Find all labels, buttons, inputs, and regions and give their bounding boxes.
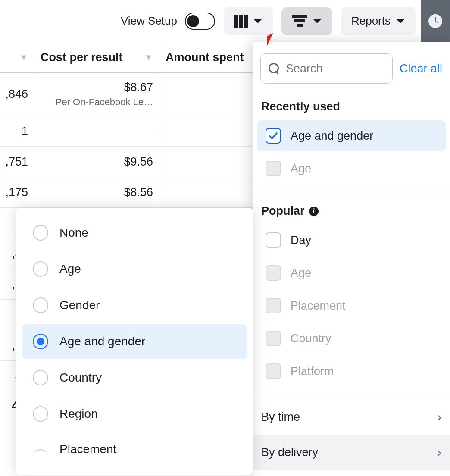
columns-icon <box>234 15 248 28</box>
radio-label: Country <box>59 371 102 385</box>
cell-cost: — <box>34 116 159 146</box>
cell-value: 1 <box>0 116 34 146</box>
view-setup-group: View Setup <box>121 13 215 30</box>
radio-label: Region <box>59 407 98 421</box>
radio-icon <box>33 370 48 385</box>
section-title-popular: Popular i <box>253 197 450 223</box>
breakdown-check-option: Platform <box>257 356 446 387</box>
chevron-down-icon <box>396 19 405 23</box>
checkbox-icon <box>266 298 281 313</box>
section-title-recent: Recently used <box>253 92 450 119</box>
breakdown-category-row[interactable]: By delivery› <box>253 435 450 470</box>
chevron-down-icon <box>253 19 262 23</box>
breakdown-radio-popup: NoneAgeGenderAge and genderCountryRegion… <box>16 208 253 475</box>
col-header-1[interactable]: ▼ <box>0 42 34 72</box>
search-box[interactable] <box>260 53 393 84</box>
nav-label: By time <box>261 410 300 424</box>
radio-icon <box>33 261 48 277</box>
radio-label: Gender <box>59 298 100 312</box>
reports-label: Reports <box>351 14 391 28</box>
check-label: Placement <box>291 299 346 313</box>
breakdown-radio-option[interactable]: Age and gender <box>22 324 247 359</box>
check-label: Age <box>291 162 311 175</box>
checkbox-icon <box>266 331 281 346</box>
check-label: Country <box>291 332 331 345</box>
breakdown-check-option: Placement <box>257 290 446 321</box>
view-setup-label: View Setup <box>121 14 177 28</box>
breakdown-check-option: Age <box>257 153 446 184</box>
breakdown-radio-option[interactable]: Region <box>22 397 247 431</box>
breakdown-radio-option[interactable]: Country <box>22 360 247 395</box>
breakdown-radio-option[interactable]: Age <box>22 252 247 286</box>
col-header-cost-per-result[interactable]: Cost per result ▼ <box>34 42 159 72</box>
chevron-down-icon <box>312 19 322 23</box>
breakdown-icon <box>292 15 307 27</box>
breakdown-check-option: Country <box>257 323 446 354</box>
check-label: Day <box>291 234 311 247</box>
cell-value: ,751 <box>0 147 34 177</box>
checkbox-icon <box>266 232 281 248</box>
activity-sidebar <box>421 0 450 42</box>
clear-all-link[interactable]: Clear all <box>400 62 442 75</box>
checkbox-icon <box>266 161 281 176</box>
breakdown-radio-option[interactable]: Placement <box>22 433 247 466</box>
breakdown-radio-option[interactable]: None <box>22 216 247 250</box>
breakdown-button[interactable] <box>281 7 332 35</box>
checkbox-icon <box>266 363 281 379</box>
radio-icon <box>33 298 48 313</box>
check-label: Age and gender <box>291 129 373 143</box>
checkbox-icon <box>266 128 281 144</box>
checkbox-icon <box>266 265 281 281</box>
view-setup-toggle[interactable] <box>185 13 215 30</box>
cell-cost: $8.67Per On-Facebook Le… <box>34 73 159 116</box>
toolbar: View Setup Reports <box>0 0 450 42</box>
radio-label: Age <box>59 262 81 276</box>
cell-value: ,175 <box>0 177 34 207</box>
breakdown-side-panel: Clear all Recently used Age and genderAg… <box>253 42 450 476</box>
sort-icon: ▼ <box>144 53 153 63</box>
cell-cost: $8.56 <box>34 177 159 207</box>
breakdown-check-option: Age <box>257 257 446 288</box>
breakdown-category-row[interactable]: By time› <box>253 399 450 435</box>
chevron-right-icon: › <box>437 410 441 424</box>
check-label: Platform <box>291 365 334 378</box>
radio-label: None <box>59 226 88 240</box>
breakdown-check-option[interactable]: Age and gender <box>257 120 446 151</box>
clock-icon[interactable] <box>428 14 442 28</box>
nav-label: By delivery <box>261 446 318 459</box>
sort-icon: ▼ <box>19 53 28 63</box>
radio-icon <box>33 334 48 349</box>
reports-button[interactable]: Reports <box>341 7 416 35</box>
breakdown-radio-option[interactable]: Gender <box>22 288 247 323</box>
radio-label: Placement <box>59 442 116 456</box>
breakdown-check-option[interactable]: Day <box>257 225 446 256</box>
radio-label: Age and gender <box>59 335 145 348</box>
radio-icon <box>33 406 48 422</box>
chevron-right-icon: › <box>437 445 441 460</box>
search-input[interactable] <box>286 62 384 75</box>
cell-value: ,846 <box>0 73 34 116</box>
search-icon <box>269 63 280 74</box>
columns-button[interactable] <box>224 7 273 35</box>
toggle-knob <box>187 15 199 27</box>
check-label: Age <box>291 266 311 280</box>
cell-cost: $9.56 <box>34 147 159 177</box>
radio-icon <box>33 225 48 241</box>
radio-icon <box>33 449 48 457</box>
info-icon[interactable]: i <box>309 207 319 216</box>
